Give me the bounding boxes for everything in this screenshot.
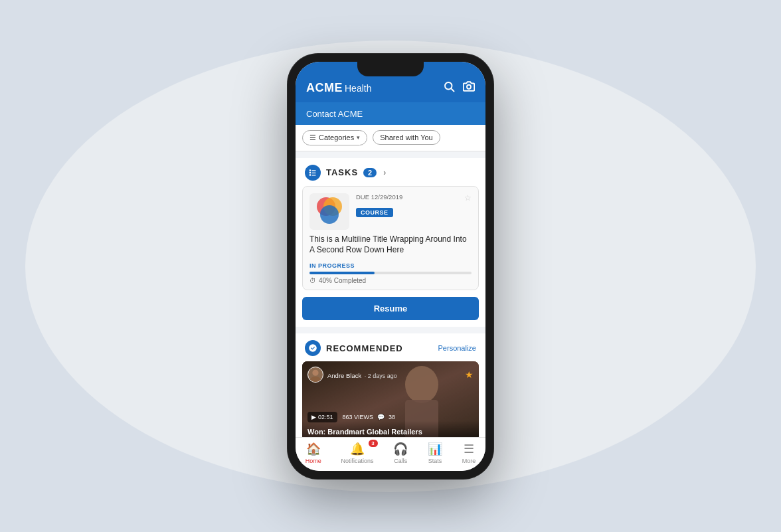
stats-icon: 📊 [428, 442, 442, 456]
nav-item-calls[interactable]: 🎧 Calls [393, 442, 408, 464]
shared-with-you-filter[interactable]: Shared with You [373, 130, 440, 145]
progress-pct-label: ⏱ 40% Completed [309, 277, 472, 284]
comments-icon: 💬 [377, 414, 385, 420]
filter-tabs: ☰ Categories ▾ Shared with You [296, 125, 485, 151]
task-star-icon[interactable]: ☆ [464, 193, 472, 203]
recommended-icon [305, 340, 321, 356]
nav-item-stats[interactable]: 📊 Stats [428, 442, 442, 464]
notifications-icon: 🔔 [350, 442, 365, 456]
video-title-bar: Won: Brandmart Global Retailers [302, 421, 479, 436]
content-area: TASKS 2 › [296, 151, 485, 437]
video-title: Won: Brandmart Global Retailers [307, 428, 422, 436]
nav-item-more[interactable]: ☰ More [462, 442, 476, 464]
svg-point-2 [467, 84, 471, 88]
task-meta: DUE 12/29/2019 ☆ COURSE [356, 193, 472, 220]
camera-icon[interactable] [463, 80, 475, 96]
svg-rect-3 [309, 169, 311, 171]
video-card[interactable]: Andre Black · 2 days ago ★ ▶ 02:51 [302, 361, 479, 436]
resume-button[interactable]: Resume [302, 297, 479, 320]
nav-item-notifications[interactable]: 3 🔔 Notifications [341, 442, 374, 464]
logo-health: Health [345, 83, 371, 94]
play-icon: ▶ [311, 414, 316, 420]
recommended-section: RECOMMENDED Personalize [296, 333, 485, 436]
svg-point-16 [312, 370, 318, 376]
phone-frame: ACME Health [288, 54, 493, 479]
home-label: Home [305, 458, 321, 464]
task-type-badge: COURSE [356, 208, 393, 217]
task-progress-section: IN PROGRESS ⏱ 40% Completed [303, 260, 478, 290]
video-stats: 863 VIEWS 💬 38 [343, 414, 396, 420]
svg-rect-8 [311, 175, 315, 175]
svg-line-1 [451, 88, 454, 91]
shared-label: Shared with You [380, 133, 433, 141]
tasks-header: TASKS 2 › [296, 158, 485, 186]
svg-point-12 [309, 344, 317, 352]
recommended-left: RECOMMENDED [305, 340, 403, 356]
tasks-chevron-icon: › [383, 168, 386, 177]
notifications-badge: 3 [369, 440, 378, 447]
more-icon: ☰ [464, 442, 474, 456]
progress-bar-bg [309, 272, 472, 274]
more-label: More [462, 458, 476, 464]
views-count: 863 VIEWS [343, 414, 374, 420]
svg-point-17 [311, 377, 321, 383]
comments-count: 38 [389, 414, 395, 420]
phone-notch [357, 62, 424, 76]
tasks-section: TASKS 2 › [296, 158, 485, 327]
author-avatar [307, 367, 323, 383]
tasks-badge: 2 [363, 168, 377, 177]
personalize-link[interactable]: Personalize [438, 344, 476, 352]
notifications-label: Notifications [341, 458, 374, 464]
clock-icon: ⏱ [309, 277, 316, 284]
chevron-down-icon: ▾ [357, 134, 360, 141]
progress-pct-text: 40% Completed [319, 277, 366, 284]
svg-rect-6 [311, 170, 315, 171]
search-icon[interactable] [443, 80, 455, 96]
tasks-title: TASKS [326, 167, 358, 177]
contact-bar-text: Contact ACME [306, 109, 363, 119]
video-top-row: Andre Black · 2 days ago ★ [307, 367, 474, 383]
svg-point-11 [320, 205, 339, 224]
tasks-icon [305, 165, 321, 181]
progress-bar-fill [309, 272, 375, 274]
task-card-top: DUE 12/29/2019 ☆ COURSE [303, 187, 478, 234]
bottom-nav: 🏠 Home 3 🔔 Notifications 🎧 Calls 📊 Stats [296, 437, 485, 471]
nav-item-home[interactable]: 🏠 Home [305, 442, 321, 464]
video-star-icon[interactable]: ★ [465, 369, 474, 380]
calls-label: Calls [394, 458, 407, 464]
calls-icon: 🎧 [393, 442, 408, 456]
author-info: Andre Black · 2 days ago [327, 369, 397, 381]
task-due-row: DUE 12/29/2019 ☆ [356, 193, 472, 203]
svg-rect-4 [309, 171, 311, 173]
categories-label: Categories [319, 133, 354, 141]
author-time: · 2 days ago [365, 373, 397, 379]
task-thumbnail [309, 193, 349, 230]
phone-wrapper: ACME Health [288, 54, 493, 479]
contact-bar: Contact ACME [296, 102, 485, 125]
task-card[interactable]: DUE 12/29/2019 ☆ COURSE This is a Multil… [302, 186, 479, 291]
svg-rect-5 [309, 174, 311, 175]
video-author: Andre Black · 2 days ago [307, 367, 397, 383]
phone-screen: ACME Health [296, 62, 485, 471]
logo-acme: ACME [306, 81, 343, 95]
task-status-label: IN PROGRESS [309, 262, 472, 269]
task-due-date: DUE 12/29/2019 [356, 193, 402, 201]
home-icon: 🏠 [306, 442, 321, 456]
categories-filter[interactable]: ☰ Categories ▾ [302, 130, 367, 145]
filter-icon: ☰ [309, 133, 316, 142]
header-icons [443, 80, 475, 96]
task-title: This is a Multiline Title Wrapping Aroun… [303, 234, 478, 260]
recommended-header: RECOMMENDED Personalize [296, 333, 485, 361]
stats-label: Stats [428, 458, 442, 464]
recommended-title: RECOMMENDED [326, 343, 403, 353]
author-name: Andre Black [327, 372, 361, 379]
video-duration: 02:51 [318, 414, 333, 420]
app-logo: ACME Health [306, 81, 371, 95]
svg-rect-7 [311, 172, 315, 173]
